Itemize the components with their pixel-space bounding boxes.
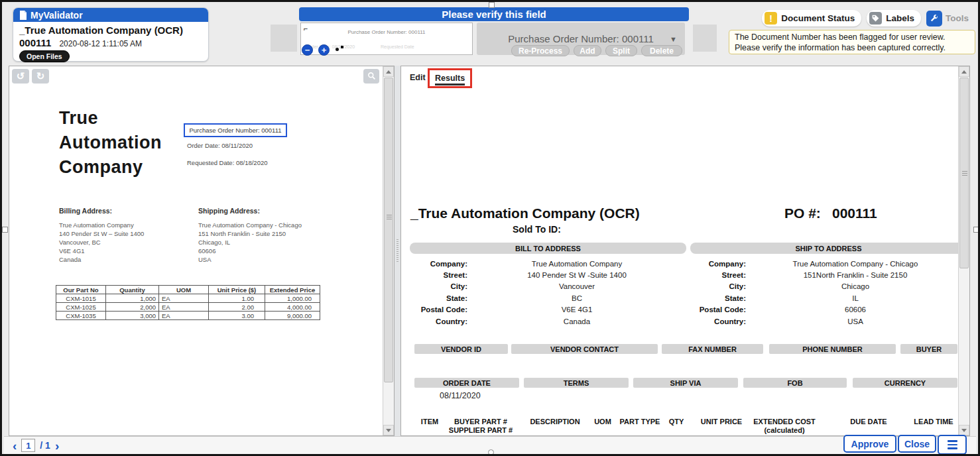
footer-buttons: Approve Close bbox=[843, 435, 967, 455]
document-icon bbox=[19, 11, 27, 20]
field-value[interactable]: USA bbox=[753, 317, 958, 325]
rotate-left-icon: ↺ bbox=[17, 70, 25, 82]
extended-cost-header: EXTENDED COST(calculated) bbox=[745, 418, 824, 435]
field-value[interactable]: Canada bbox=[474, 317, 680, 325]
currency-header: CURRENCY bbox=[853, 378, 957, 388]
scroll-up-arrow[interactable] bbox=[959, 66, 969, 77]
due-date-header: DUE DATE bbox=[832, 418, 905, 426]
field-value[interactable]: True Automation Company - Chicago bbox=[753, 260, 958, 268]
labels-label: Labels bbox=[886, 13, 914, 23]
scroll-up-arrow[interactable] bbox=[383, 66, 394, 77]
preview-billing-address: True Automation Company 140 Pender St W … bbox=[59, 221, 144, 264]
scrollbar-thumb[interactable] bbox=[959, 78, 969, 268]
field-label: Street: bbox=[401, 271, 467, 279]
scroll-down-arrow[interactable] bbox=[383, 425, 394, 435]
tools-label: Tools bbox=[946, 13, 969, 23]
prev-field-placeholder bbox=[271, 25, 297, 52]
next-page-button[interactable]: › bbox=[55, 439, 59, 452]
reprocess-button[interactable]: Re-Process bbox=[511, 45, 570, 56]
field-label: City: bbox=[680, 282, 746, 290]
rotate-left-button[interactable]: ↺ bbox=[12, 69, 29, 84]
page-number-input[interactable]: 1 bbox=[21, 439, 35, 452]
page-navigation: ‹ 1 / 1 › bbox=[13, 439, 59, 452]
page-total: / 1 bbox=[40, 440, 50, 451]
field-value[interactable]: True Automation Company bbox=[474, 260, 680, 268]
field-label: Company: bbox=[680, 260, 746, 268]
scrollbar-thumb[interactable] bbox=[384, 78, 393, 382]
field-value[interactable]: 60606 bbox=[753, 306, 958, 314]
document-viewer-panel: ↺ ↻ True Automation Company Purchase Ord… bbox=[9, 66, 395, 436]
ship-to-header: SHIP TO ADDRESS bbox=[690, 243, 967, 254]
field-label: Street: bbox=[680, 271, 746, 279]
close-button[interactable]: Close bbox=[898, 435, 936, 453]
qty-header: QTY bbox=[656, 418, 696, 426]
order-date-header: ORDER DATE bbox=[414, 378, 519, 388]
field-value[interactable]: Chicago bbox=[753, 282, 958, 290]
validator-card: MyValidator _True Automation Company (OC… bbox=[13, 7, 209, 62]
panel-splitter[interactable] bbox=[395, 66, 400, 436]
terms-header: TERMS bbox=[524, 378, 629, 388]
document-status-button[interactable]: ! Document Status bbox=[762, 10, 861, 27]
order-date-value[interactable]: 08/11/2020 bbox=[440, 391, 481, 400]
magnify-button[interactable] bbox=[363, 69, 379, 84]
field-label: State: bbox=[401, 294, 467, 302]
app-title: MyValidator bbox=[31, 10, 83, 21]
field-value: Purchase Order Number: 000111 bbox=[508, 33, 654, 44]
tools-button[interactable]: Tools bbox=[926, 11, 969, 27]
add-button[interactable]: Add bbox=[574, 45, 601, 56]
snippet-zoom-out-button[interactable]: − bbox=[302, 44, 313, 56]
rotate-right-button[interactable]: ↻ bbox=[32, 69, 49, 84]
document-title: _True Automation Company (OCR) bbox=[19, 25, 208, 36]
open-files-button[interactable]: Open Files bbox=[19, 50, 70, 62]
approve-button[interactable]: Approve bbox=[843, 435, 896, 453]
header-toolbar: ! Document Status Labels Tools bbox=[762, 10, 969, 27]
review-message-line1: The Document Number has been flagged for… bbox=[735, 32, 969, 42]
search-icon bbox=[367, 71, 376, 82]
phone-number-header: PHONE NUMBER bbox=[769, 344, 896, 354]
field-value[interactable]: Vancouver bbox=[474, 282, 680, 290]
field-value[interactable]: 140 Pender St W -Suite 1400 bbox=[474, 271, 680, 279]
preview-order-date: Order Date: 08/11/2020 bbox=[187, 142, 253, 149]
review-message-line2: Please verify the information has been c… bbox=[735, 42, 969, 53]
review-message: The Document Number has been flagged for… bbox=[729, 30, 975, 54]
table-row: CXM-1015 1,000 EA 1.00 1,000.00 bbox=[56, 294, 320, 303]
field-label: Company: bbox=[401, 260, 467, 268]
results-tab-highlight: Results bbox=[428, 68, 472, 88]
rotate-right-icon: ↻ bbox=[36, 70, 45, 82]
results-scrollbar[interactable] bbox=[958, 66, 969, 435]
document-scrollbar[interactable] bbox=[383, 66, 394, 435]
field-value[interactable]: BC bbox=[474, 294, 680, 302]
snippet-faint-line: Order Date: 08/11/2020 bbox=[306, 44, 355, 49]
selection-handle-left bbox=[2, 227, 8, 233]
vendor-id-header: VENDOR ID bbox=[414, 344, 508, 354]
snippet-zoom-in-button[interactable]: + bbox=[318, 44, 330, 56]
field-value[interactable]: V6E 4G1 bbox=[474, 306, 680, 314]
preview-shipping-title: Shipping Address: bbox=[198, 207, 260, 215]
scroll-down-arrow[interactable] bbox=[959, 425, 969, 435]
selection-handle-right bbox=[973, 227, 979, 233]
warning-icon: ! bbox=[765, 12, 777, 25]
document-number: 000111 bbox=[19, 37, 51, 48]
preview-company-name: True Automation Company bbox=[59, 106, 162, 180]
bill-to-header: BILL TO ADDRESS bbox=[410, 243, 686, 254]
document-timestamp: 2020-08-12 1:11:05 AM bbox=[59, 39, 142, 48]
po-value: 000111 bbox=[832, 205, 877, 221]
field-label: City: bbox=[401, 282, 467, 290]
tab-results[interactable]: Results bbox=[435, 74, 465, 86]
field-value[interactable]: IL bbox=[753, 294, 958, 302]
preview-po-field-highlight[interactable]: Purchase Order Number: 000111 bbox=[184, 123, 287, 137]
field-label: Postal Code: bbox=[680, 306, 746, 314]
tag-icon bbox=[869, 12, 882, 25]
chevron-down-icon: ▼ bbox=[670, 35, 677, 43]
split-button[interactable]: Split bbox=[605, 45, 637, 56]
field-label: Country: bbox=[401, 317, 467, 325]
labels-button[interactable]: Labels bbox=[867, 10, 921, 27]
field-value[interactable]: 151North Franklin - Suite 2150 bbox=[753, 271, 958, 279]
menu-button[interactable] bbox=[938, 435, 967, 455]
tab-edit[interactable]: Edit bbox=[410, 73, 426, 82]
table-row: CXM-1035 3,000 EA 3.00 9,000.00 bbox=[56, 312, 320, 320]
selection-handle-top bbox=[489, 2, 495, 8]
next-field-placeholder bbox=[693, 25, 717, 52]
prev-page-button[interactable]: ‹ bbox=[13, 439, 17, 452]
delete-button[interactable]: Delete bbox=[641, 45, 682, 56]
